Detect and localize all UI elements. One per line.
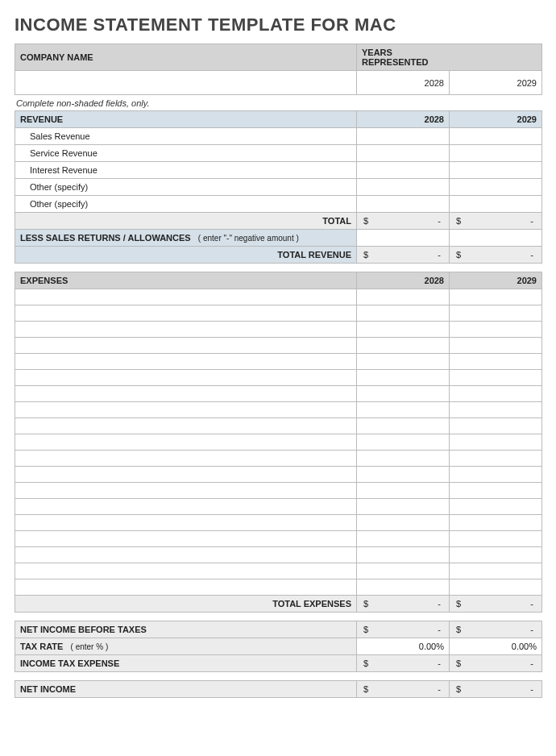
revenue-item-label: Other (specify) bbox=[15, 196, 357, 213]
company-name-input[interactable] bbox=[15, 71, 357, 95]
revenue-item-y1[interactable] bbox=[357, 145, 450, 162]
expense-item-label[interactable] bbox=[15, 531, 357, 547]
expense-item-y2[interactable] bbox=[450, 467, 542, 483]
expense-item-label[interactable] bbox=[15, 515, 357, 531]
expense-item-y2[interactable] bbox=[450, 354, 542, 370]
expense-item-y2[interactable] bbox=[450, 370, 542, 386]
expense-item-y2[interactable] bbox=[450, 531, 542, 547]
expense-item-y1[interactable] bbox=[357, 402, 450, 418]
expense-item-y2[interactable] bbox=[450, 289, 542, 305]
expense-item-label[interactable] bbox=[15, 402, 357, 418]
expense-item-y2[interactable] bbox=[450, 338, 542, 354]
tax-rate-label: TAX RATE ( enter % ) bbox=[15, 638, 357, 655]
expense-item-y1[interactable] bbox=[357, 338, 450, 354]
expense-item-y2[interactable] bbox=[450, 386, 542, 402]
expense-item-y2[interactable] bbox=[450, 322, 542, 338]
year1-input[interactable]: 2028 bbox=[357, 71, 450, 95]
expense-item-y2[interactable] bbox=[450, 579, 542, 596]
expense-item-y2[interactable] bbox=[450, 563, 542, 579]
expense-item-y2[interactable] bbox=[450, 305, 542, 322]
expense-item-label[interactable] bbox=[15, 483, 357, 499]
expense-item-y1[interactable] bbox=[357, 354, 450, 370]
expense-item-label[interactable] bbox=[15, 338, 357, 354]
expense-item-y1[interactable] bbox=[357, 467, 450, 483]
expense-item-y1[interactable] bbox=[357, 434, 450, 451]
income-tax-expense-label: INCOME TAX EXPENSE bbox=[15, 655, 357, 672]
revenue-total-y2: $- bbox=[450, 213, 542, 230]
expense-item-y1[interactable] bbox=[357, 289, 450, 305]
expense-item-y2[interactable] bbox=[450, 451, 542, 467]
revenue-header: REVENUE bbox=[15, 111, 357, 128]
expense-item-y1[interactable] bbox=[357, 499, 450, 515]
expense-item-y2[interactable] bbox=[450, 483, 542, 499]
expense-item-y1[interactable] bbox=[357, 370, 450, 386]
page-title: INCOME STATEMENT TEMPLATE FOR MAC bbox=[15, 15, 541, 35]
expense-item-y1[interactable] bbox=[357, 515, 450, 531]
revenue-item-y2[interactable] bbox=[450, 196, 542, 213]
expense-item-y2[interactable] bbox=[450, 515, 542, 531]
expense-item-y1[interactable] bbox=[357, 547, 450, 563]
total-revenue-y1: $- bbox=[357, 247, 450, 264]
expense-item-label[interactable] bbox=[15, 322, 357, 338]
expense-item-label[interactable] bbox=[15, 499, 357, 515]
expense-item-y1[interactable] bbox=[357, 418, 450, 434]
expense-item-label[interactable] bbox=[15, 305, 357, 322]
expense-item-y2[interactable] bbox=[450, 547, 542, 563]
net-before-tax-label: NET INCOME BEFORE TAXES bbox=[15, 621, 357, 638]
expense-item-label[interactable] bbox=[15, 579, 357, 596]
expense-item-y1[interactable] bbox=[357, 531, 450, 547]
expense-item-y2[interactable] bbox=[450, 402, 542, 418]
expense-item-y1[interactable] bbox=[357, 579, 450, 596]
expenses-year2: 2029 bbox=[450, 272, 542, 289]
net-income-y2: $- bbox=[450, 681, 542, 698]
expense-item-y1[interactable] bbox=[357, 305, 450, 322]
total-revenue-y2: $- bbox=[450, 247, 542, 264]
expense-item-label[interactable] bbox=[15, 354, 357, 370]
expense-item-label[interactable] bbox=[15, 434, 357, 451]
expense-item-label[interactable] bbox=[15, 451, 357, 467]
revenue-total-label: TOTAL bbox=[15, 213, 357, 230]
summary-table: NET INCOME BEFORE TAXES $- $- TAX RATE (… bbox=[15, 621, 542, 672]
expense-item-label[interactable] bbox=[15, 467, 357, 483]
expense-item-y2[interactable] bbox=[450, 418, 542, 434]
expense-item-y1[interactable] bbox=[357, 563, 450, 579]
expense-item-y1[interactable] bbox=[357, 322, 450, 338]
net-income-label: NET INCOME bbox=[15, 681, 357, 698]
revenue-year2: 2029 bbox=[450, 111, 542, 128]
revenue-item-y2[interactable] bbox=[450, 128, 542, 145]
expense-item-label[interactable] bbox=[15, 563, 357, 579]
expense-item-label[interactable] bbox=[15, 289, 357, 305]
expense-item-y1[interactable] bbox=[357, 386, 450, 402]
tax-rate-y1[interactable]: 0.00% bbox=[357, 638, 450, 655]
revenue-total-y1: $- bbox=[357, 213, 450, 230]
less-returns-y2[interactable] bbox=[450, 230, 542, 247]
company-name-header: COMPANY NAME bbox=[15, 44, 357, 71]
revenue-item-y2[interactable] bbox=[450, 145, 542, 162]
expense-item-label[interactable] bbox=[15, 418, 357, 434]
tax-rate-y2[interactable]: 0.00% bbox=[450, 638, 542, 655]
years-represented-header: YEARS REPRESENTED bbox=[357, 44, 450, 71]
expense-item-label[interactable] bbox=[15, 547, 357, 563]
revenue-item-y2[interactable] bbox=[450, 162, 542, 179]
revenue-item-y1[interactable] bbox=[357, 128, 450, 145]
expense-item-y2[interactable] bbox=[450, 434, 542, 451]
expenses-year1: 2028 bbox=[357, 272, 450, 289]
net-before-tax-y1: $- bbox=[357, 621, 450, 638]
income-tax-expense-y2: $- bbox=[450, 655, 542, 672]
year2-input[interactable]: 2029 bbox=[450, 71, 542, 95]
total-expenses-y2: $- bbox=[450, 596, 542, 613]
years-represented-header-ext bbox=[450, 44, 542, 71]
expense-item-label[interactable] bbox=[15, 386, 357, 402]
expense-item-y1[interactable] bbox=[357, 451, 450, 467]
expense-item-y1[interactable] bbox=[357, 483, 450, 499]
total-expenses-label: TOTAL EXPENSES bbox=[15, 596, 357, 613]
revenue-item-y2[interactable] bbox=[450, 179, 542, 196]
revenue-item-label: Other (specify) bbox=[15, 179, 357, 196]
revenue-item-y1[interactable] bbox=[357, 179, 450, 196]
less-returns-y1[interactable] bbox=[357, 230, 450, 247]
expense-item-label[interactable] bbox=[15, 370, 357, 386]
revenue-item-y1[interactable] bbox=[357, 196, 450, 213]
income-tax-expense-y1: $- bbox=[357, 655, 450, 672]
revenue-item-y1[interactable] bbox=[357, 162, 450, 179]
expense-item-y2[interactable] bbox=[450, 499, 542, 515]
